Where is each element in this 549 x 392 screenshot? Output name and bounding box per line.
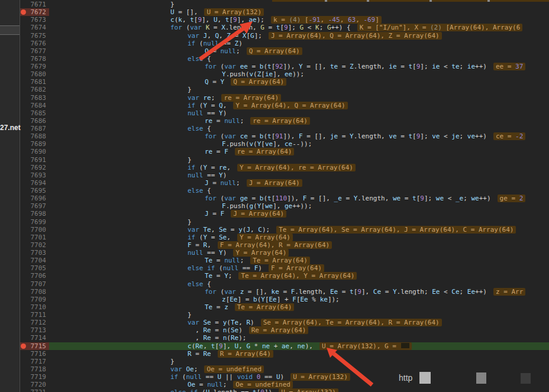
- line-number[interactable]: 7696: [20, 195, 49, 202]
- navigator-sidebar[interactable]: 27.net: [0, 0, 20, 392]
- code-line[interactable]: 7676if (null == Z): [20, 40, 549, 47]
- code-line[interactable]: 7697F.push(g(Y[we], ge++));: [20, 202, 549, 210]
- code-line[interactable]: 7703null == Y)Y = Array(64): [20, 249, 549, 257]
- code-line[interactable]: 7693null == Y): [20, 171, 549, 179]
- line-number[interactable]: 7719: [20, 373, 49, 381]
- line-number[interactable]: 7678: [20, 55, 49, 63]
- line-number[interactable]: 7675: [20, 32, 49, 40]
- code-line[interactable]: 7716R = ReR = Array(64): [20, 350, 549, 358]
- code-line[interactable]: 7698J = FJ = Array(64): [20, 210, 549, 218]
- line-number[interactable]: 7693: [20, 171, 49, 179]
- code-line[interactable]: 7685null == Y): [20, 109, 549, 117]
- line-number[interactable]: 7700: [20, 226, 49, 234]
- code-line[interactable]: 7695else {: [20, 187, 549, 195]
- code-line[interactable]: 7701if (Y = Se,Y = Array(64): [20, 234, 549, 241]
- code-line[interactable]: 7719if (null == U || void 0 == U)U = Arr…: [20, 373, 549, 381]
- line-number[interactable]: 7681: [20, 78, 49, 86]
- code-line[interactable]: 7720Oe = null;Oe = undefined: [20, 381, 549, 388]
- line-number[interactable]: 7671: [20, 1, 49, 8]
- line-number[interactable]: 7711: [20, 311, 49, 319]
- code-line[interactable]: 7717}: [20, 358, 549, 365]
- code-line[interactable]: 7704Te = null;Te = Array(64): [20, 257, 549, 264]
- line-number[interactable]: 7709: [20, 296, 49, 303]
- code-line[interactable]: 7714 , Re = n(Re);: [20, 334, 549, 342]
- code-line[interactable]: 7678else {: [20, 55, 549, 63]
- line-number[interactable]: 7676: [20, 40, 49, 47]
- code-line[interactable]: 7686re = null;re = Array(64): [20, 117, 549, 125]
- code-line[interactable]: 7700var Te, Se = y(J, C);Te = Array(64),…: [20, 226, 549, 234]
- line-number[interactable]: 7680: [20, 70, 49, 78]
- line-number[interactable]: 7721: [20, 388, 49, 392]
- code-line[interactable]: 7674for (var K = X.length, G = t[9]; G <…: [20, 24, 549, 31]
- code-line[interactable]: 7702F = R,F = Array(64), R = Array(64): [20, 241, 549, 249]
- code-line[interactable]: 7689F.push(v(Y[ve], ce--));: [20, 140, 549, 148]
- code-line[interactable]: 7682}: [20, 86, 549, 93]
- code-line[interactable]: 7718var Oe;Oe = undefined: [20, 365, 549, 373]
- line-number[interactable]: 7698: [20, 210, 49, 218]
- code-line[interactable]: 7721else if (U.length == t[0])U = Array(…: [20, 388, 549, 392]
- line-number[interactable]: 7688: [20, 132, 49, 140]
- line-number[interactable]: 7672: [20, 8, 49, 16]
- code-line[interactable]: 7694J = null;J = Array(64): [20, 179, 549, 187]
- code-line[interactable]: 7681Q = YQ = Array(64): [20, 78, 549, 86]
- line-number[interactable]: 7706: [20, 272, 49, 280]
- line-number[interactable]: 7677: [20, 47, 49, 55]
- code-line[interactable]: 7691}: [20, 156, 549, 164]
- code-line[interactable]: 7673c(k, t[9], U, t[9], ae);k = (4) [-91…: [20, 16, 549, 24]
- code-line[interactable]: 7706Te = Y;Te = Array(64), Y = Array(64): [20, 272, 549, 280]
- code-line[interactable]: 7680Y.push(v(Z[ie], ee));: [20, 70, 549, 78]
- code-line[interactable]: 7709z[Ee] = b(Y[Ee] + F[Ee % ke]);: [20, 296, 549, 303]
- line-number[interactable]: 7714: [20, 334, 49, 342]
- line-number[interactable]: 7692: [20, 164, 49, 171]
- code-line[interactable]: 7713 , Re = n(Se)Re = Array(64): [20, 326, 549, 334]
- line-number[interactable]: 7703: [20, 249, 49, 257]
- line-number[interactable]: 7710: [20, 303, 49, 311]
- code-line[interactable]: 7684if (Y = Q,Y = Array(64), Q = Array(6…: [20, 102, 549, 109]
- code-line[interactable]: 7711}: [20, 311, 549, 319]
- code-line[interactable]: 7715c(Re, t[9], U, G * ne + ae, ne),U = …: [20, 342, 549, 350]
- line-number[interactable]: 7685: [20, 109, 49, 117]
- code-line[interactable]: 7683var re;re = Array(64): [20, 94, 549, 102]
- code-line[interactable]: 7692if (Y = re,Y = Array(64), re = Array…: [20, 164, 549, 171]
- code-line[interactable]: 7712var Se = y(Te, R)Se = Array(64), Te …: [20, 319, 549, 326]
- code-line[interactable]: 7687else {: [20, 125, 549, 132]
- line-number[interactable]: 7717: [20, 358, 49, 365]
- line-number[interactable]: 7702: [20, 241, 49, 249]
- code-line[interactable]: 7696for (var ge = b(t[110]), F = [], _e …: [20, 195, 549, 202]
- line-number[interactable]: 7718: [20, 365, 49, 373]
- line-number[interactable]: 7697: [20, 202, 49, 210]
- line-number[interactable]: 7707: [20, 280, 49, 288]
- line-number[interactable]: 7687: [20, 125, 49, 132]
- line-number[interactable]: 7715: [20, 342, 49, 350]
- line-number[interactable]: 7682: [20, 86, 49, 93]
- breakpoint-icon[interactable]: [21, 344, 26, 349]
- code-line[interactable]: 7690re = Fre = Array(64): [20, 148, 549, 155]
- line-number[interactable]: 7708: [20, 288, 49, 296]
- line-number[interactable]: 7701: [20, 234, 49, 241]
- line-number[interactable]: 7694: [20, 179, 49, 187]
- code-line[interactable]: 7710Te = zTe = Array(64): [20, 303, 549, 311]
- line-number[interactable]: 7699: [20, 218, 49, 226]
- code-line[interactable]: 7688for (var ce = b(t[91]), F = [], je =…: [20, 132, 549, 140]
- line-number[interactable]: 7716: [20, 350, 49, 358]
- line-number[interactable]: 7684: [20, 102, 49, 109]
- line-number[interactable]: 7673: [20, 16, 49, 24]
- line-number[interactable]: 7704: [20, 257, 49, 264]
- line-number[interactable]: 7712: [20, 319, 49, 326]
- code-line[interactable]: 7708for (var z = [], ke = F.length, Ee =…: [20, 288, 549, 296]
- line-number[interactable]: 7686: [20, 117, 49, 125]
- line-number[interactable]: 7679: [20, 63, 49, 70]
- file-name-label[interactable]: 27.net: [0, 124, 21, 132]
- code-line[interactable]: 7675var J, Q, Z = X[G];J = Array(64), Q …: [20, 32, 549, 40]
- breakpoint-icon[interactable]: [21, 9, 26, 15]
- line-number[interactable]: 7691: [20, 156, 49, 164]
- line-number[interactable]: 7689: [20, 140, 49, 148]
- line-number[interactable]: 7695: [20, 187, 49, 195]
- code-line[interactable]: 7707else {: [20, 280, 549, 288]
- code-line[interactable]: 7679for (var ee = b(t[92]), Y = [], te =…: [20, 63, 549, 70]
- code-line[interactable]: 7699}: [20, 218, 549, 226]
- line-number[interactable]: 7690: [20, 148, 49, 155]
- code-line[interactable]: 7672U = [],U = Array(132): [20, 8, 549, 16]
- code-line[interactable]: 7677Q = null;Q = Array(64): [20, 47, 549, 55]
- line-number[interactable]: 7705: [20, 264, 49, 272]
